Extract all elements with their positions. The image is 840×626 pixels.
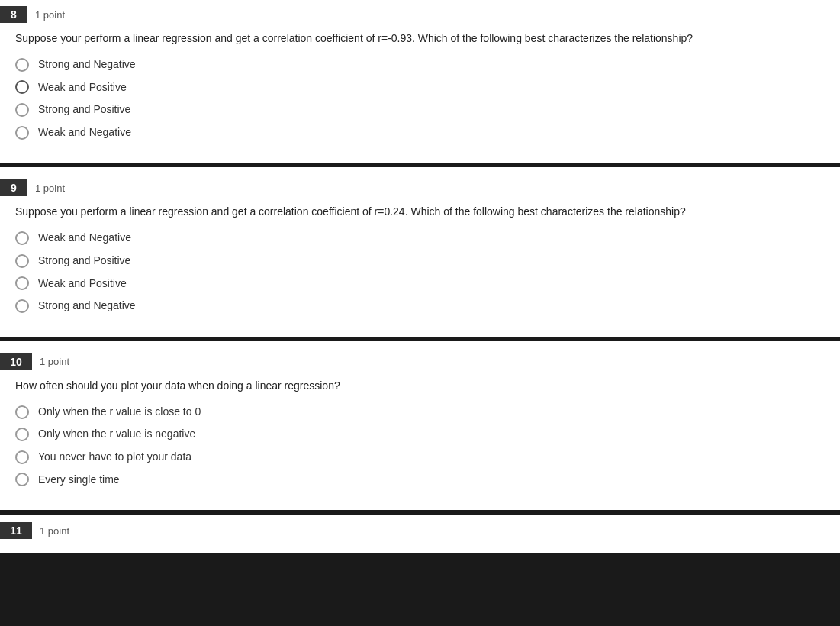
option-item-8d[interactable]: Weak and Negative	[15, 125, 825, 140]
options-list-10: Only when the r value is close to 0 Only…	[15, 405, 825, 487]
option-label-10c: You never have to plot your data	[38, 450, 191, 465]
option-label-8b: Weak and Positive	[38, 80, 127, 95]
radio-circle-10d[interactable]	[15, 473, 29, 486]
question-points-11: 1 point	[40, 525, 69, 537]
question-text-9: Suppose you perform a linear regression …	[15, 204, 825, 220]
radio-circle-8d[interactable]	[15, 126, 29, 140]
option-label-8d: Weak and Negative	[38, 125, 131, 140]
radio-circle-9a[interactable]	[15, 231, 29, 245]
radio-circle-8a[interactable]	[15, 58, 29, 72]
question-text-10: How often should you plot your data when…	[15, 378, 825, 394]
option-label-8c: Strong and Positive	[38, 102, 130, 118]
option-item-8a[interactable]: Strong and Negative	[15, 57, 825, 73]
option-label-9d: Strong and Negative	[38, 298, 136, 314]
options-list-8: Strong and Negative Weak and Positive St…	[15, 57, 825, 140]
option-label-9b: Strong and Positive	[38, 253, 130, 269]
question-points-10: 1 point	[40, 356, 69, 367]
question-block-8: 8 1 point Suppose your perform a linear …	[0, 0, 840, 163]
radio-circle-10b[interactable]	[15, 428, 29, 441]
question-header-11: 11 1 point	[0, 522, 825, 539]
question-number-9: 9	[0, 179, 27, 196]
question-number-11: 11	[0, 522, 32, 539]
question-header-10: 10 1 point	[0, 353, 825, 370]
option-label-8a: Strong and Negative	[38, 57, 136, 73]
question-header-8: 8 1 point	[0, 6, 825, 23]
question-number-10: 10	[0, 353, 32, 370]
option-item-9b[interactable]: Strong and Positive	[15, 253, 825, 269]
question-block-11-partial: 11 1 point	[0, 515, 840, 553]
question-points-9: 1 point	[35, 182, 65, 194]
question-block-10: 10 1 point How often should you plot you…	[0, 341, 840, 510]
radio-circle-8c[interactable]	[15, 103, 29, 117]
option-label-9c: Weak and Positive	[38, 276, 127, 292]
option-item-9c[interactable]: Weak and Positive	[15, 276, 825, 292]
radio-circle-9d[interactable]	[15, 299, 29, 313]
radio-circle-9c[interactable]	[15, 276, 29, 290]
question-header-9: 9 1 point	[0, 179, 825, 196]
radio-circle-9b[interactable]	[15, 254, 29, 268]
question-number-8: 8	[0, 6, 27, 23]
option-label-10a: Only when the r value is close to 0	[38, 405, 201, 420]
option-label-10d: Every single time	[38, 473, 120, 488]
option-item-9a[interactable]: Weak and Negative	[15, 231, 825, 246]
radio-circle-8b[interactable]	[15, 80, 29, 94]
question-points-8: 1 point	[35, 9, 65, 21]
option-label-9a: Weak and Negative	[38, 231, 131, 246]
option-item-10d[interactable]: Every single time	[15, 473, 825, 488]
option-item-10c[interactable]: You never have to plot your data	[15, 450, 825, 465]
option-item-8c[interactable]: Strong and Positive	[15, 102, 825, 118]
option-label-10b: Only when the r value is negative	[38, 427, 195, 442]
option-item-8b[interactable]: Weak and Positive	[15, 80, 825, 95]
question-block-9: 9 1 point Suppose you perform a linear r…	[0, 167, 840, 336]
radio-circle-10c[interactable]	[15, 450, 29, 464]
option-item-10a[interactable]: Only when the r value is close to 0	[15, 405, 825, 420]
page-container: 8 1 point Suppose your perform a linear …	[0, 0, 840, 626]
option-item-10b[interactable]: Only when the r value is negative	[15, 427, 825, 442]
radio-circle-10a[interactable]	[15, 405, 29, 419]
options-list-9: Weak and Negative Strong and Positive We…	[15, 231, 825, 313]
option-item-9d[interactable]: Strong and Negative	[15, 298, 825, 314]
question-text-8: Suppose your perform a linear regression…	[15, 31, 825, 47]
